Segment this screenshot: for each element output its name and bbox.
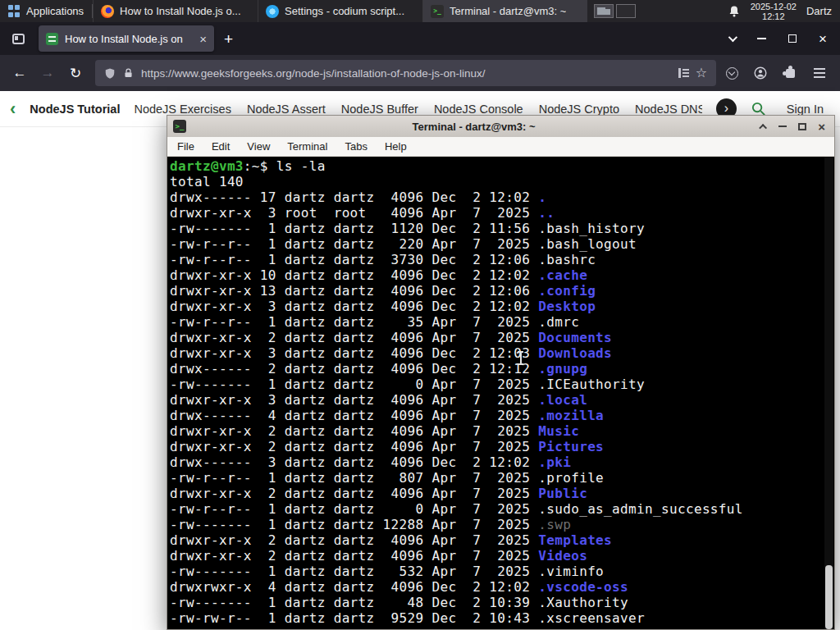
terminal-line: drwxr-xr-x 10 dartz dartz 4096 Dec 2 12:… — [170, 267, 821, 283]
terminal-line: drwxr-xr-x 3 dartz dartz 4096 Dec 2 12:0… — [170, 299, 821, 314]
terminal-menu-tabs[interactable]: Tabs — [345, 140, 367, 153]
terminal-menu-edit[interactable]: Edit — [212, 140, 230, 153]
terminal-line: -rw------- 1 dartz dartz 0 Apr 7 2025 .I… — [170, 377, 821, 392]
terminal-line: drwxr-xr-x 2 dartz dartz 4096 Apr 7 2025… — [170, 439, 821, 454]
terminal-window-controls: × — [761, 121, 829, 133]
tab-close-button[interactable]: × — [199, 33, 207, 45]
applications-menu-button[interactable]: Applications — [0, 0, 92, 22]
site-nav-link[interactable]: NodeJS Crypto — [539, 103, 619, 116]
taskbar-item-codium[interactable]: Settings - codium script... — [258, 0, 422, 22]
terminal-line: -rw-r--r-- 1 dartz dartz 807 Apr 7 2025 … — [170, 470, 821, 486]
workspace-1[interactable] — [594, 4, 614, 18]
terminal-line: -rw-rw-r-- 1 dartz dartz 9529 Dec 2 10:4… — [170, 610, 821, 626]
account-icon[interactable] — [754, 66, 767, 80]
site-favicon — [46, 33, 58, 45]
terminal-close-button[interactable]: × — [818, 121, 825, 133]
tab-title: How to Install Node.js on — [65, 33, 193, 45]
terminal-line: -rw------- 1 dartz dartz 12288 Apr 7 202… — [170, 517, 821, 532]
terminal-line: -rw------- 1 dartz dartz 532 Apr 7 2025 … — [170, 564, 821, 579]
lock-icon[interactable] — [123, 67, 134, 79]
tracking-shield-icon[interactable] — [104, 67, 116, 80]
terminal-line: -rw-r--r-- 1 dartz dartz 35 Apr 7 2025 .… — [170, 314, 821, 330]
extensions-icon[interactable] — [786, 69, 795, 78]
terminal-menubar: FileEditViewTerminalTabsHelp — [167, 137, 834, 157]
terminal-output: dartz@vm3:~$ ls -latotal 140drwx------ 1… — [170, 158, 821, 626]
terminal-line: -rw------- 1 dartz dartz 1120 Dec 2 11:5… — [170, 221, 821, 236]
menu-hamburger-icon[interactable] — [814, 68, 825, 70]
minimize-button[interactable] — [757, 38, 766, 39]
terminal-line: drwxr-xr-x 2 dartz dartz 4096 Apr 7 2025… — [170, 548, 821, 564]
site-nav-link[interactable]: NodeJS Buffer — [341, 103, 418, 116]
forward-button[interactable]: → — [34, 60, 61, 86]
reader-mode-icon[interactable] — [678, 68, 688, 78]
terminal-menu-help[interactable]: Help — [385, 140, 407, 153]
browser-tab[interactable]: How to Install Node.js on × — [39, 25, 214, 52]
terminal-line: drwxr-xr-x 13 dartz dartz 4096 Dec 2 12:… — [170, 283, 821, 299]
terminal-line: drwxr-xr-x 2 dartz dartz 4096 Apr 7 2025… — [170, 330, 821, 345]
terminal-line: drwx------ 4 dartz dartz 4096 Apr 7 2025… — [170, 408, 821, 423]
url-bar[interactable]: https://www.geeksforgeeks.org/node-js/in… — [95, 60, 716, 86]
clock-time: 12:12 — [751, 11, 797, 21]
site-nav-link[interactable]: NodeJS Assert — [247, 103, 326, 116]
taskbar-item-terminal[interactable]: >_Terminal - dartz@vm3: ~ — [422, 0, 587, 22]
desktop: Applications How to Install Node.js o...… — [0, 0, 840, 630]
terminal-line: drwxr-xr-x 3 dartz dartz 4096 Apr 7 2025… — [170, 392, 821, 408]
terminal-line: -rw------- 1 dartz dartz 48 Dec 2 10:39 … — [170, 595, 821, 610]
text-cursor — [517, 351, 524, 365]
terminal-scrollbar[interactable] — [824, 157, 833, 629]
site-nav-link[interactable]: NodeJS Console — [434, 103, 523, 116]
nav-scroll-left-icon[interactable]: ‹ — [10, 100, 16, 118]
applications-icon — [8, 5, 21, 17]
terminal-line: drwx------ 2 dartz dartz 4096 Dec 2 12:1… — [170, 361, 821, 377]
terminal-title: Terminal - dartz@vm3: ~ — [193, 121, 755, 133]
bookmark-star-icon[interactable]: ☆ — [696, 66, 707, 80]
tab-bar: How to Install Node.js on × + × — [0, 22, 840, 55]
terminal-line: drwxrwxr-x 4 dartz dartz 4096 Dec 2 12:0… — [170, 579, 821, 595]
terminal-icon: >_ — [431, 5, 444, 18]
terminal-titlebar[interactable]: >_ Terminal - dartz@vm3: ~ × — [167, 116, 834, 137]
terminal-window: >_ Terminal - dartz@vm3: ~ × FileEditVie… — [167, 115, 835, 630]
terminal-maximize-button[interactable] — [798, 123, 806, 130]
terminal-line: dartz@vm3:~$ ls -la — [170, 158, 821, 174]
terminal-line: drwx------ 17 dartz dartz 4096 Dec 2 12:… — [170, 189, 821, 205]
site-nav-link[interactable]: NodeJS Exercises — [134, 103, 231, 116]
new-tab-button[interactable]: + — [224, 31, 233, 47]
terminal-line: total 140 — [170, 174, 821, 189]
url-text[interactable]: https://www.geeksforgeeks.org/node-js/in… — [141, 67, 671, 80]
taskbar-item-firefox[interactable]: How to Install Node.js o... — [93, 0, 258, 22]
task-list: How to Install Node.js o...Settings - co… — [93, 0, 587, 22]
codium-icon — [266, 5, 279, 18]
navigation-toolbar: ← → ↻ https://www.geeksforgeeks.org/node… — [0, 55, 840, 91]
terminal-menu-file[interactable]: File — [177, 140, 194, 153]
panel-status-area: 2025-12-02 12:12 Dartz — [728, 0, 840, 22]
clock-date: 2025-12-02 — [751, 2, 797, 11]
terminal-line: drwx------ 3 dartz dartz 4096 Dec 2 12:0… — [170, 454, 821, 470]
taskbar-item-label: Terminal - dartz@vm3: ~ — [450, 5, 566, 17]
top-panel: Applications How to Install Node.js o...… — [0, 0, 840, 22]
maximize-button[interactable] — [788, 34, 797, 43]
terminal-shade-button[interactable] — [759, 123, 767, 131]
terminal-line: drwxr-xr-x 3 root root 4096 Apr 7 2025 .… — [170, 205, 821, 221]
terminal-menu-view[interactable]: View — [247, 140, 270, 153]
terminal-line: -rw-r--r-- 1 dartz dartz 220 Apr 7 2025 … — [170, 236, 821, 252]
pocket-icon[interactable] — [726, 67, 738, 80]
notification-bell-icon[interactable] — [728, 5, 741, 18]
terminal-menu-terminal[interactable]: Terminal — [287, 140, 327, 153]
site-nav-title[interactable]: NodeJS Tutorial — [30, 103, 120, 116]
site-nav-link[interactable]: NodeJS DNS — [635, 103, 702, 116]
workspace-2[interactable] — [616, 4, 636, 18]
terminal-line: -rw-r--r-- 1 dartz dartz 0 Apr 7 2025 .s… — [170, 501, 821, 517]
reload-button[interactable]: ↻ — [62, 60, 89, 86]
list-tabs-chevron-icon[interactable] — [728, 33, 737, 42]
taskbar-item-label: How to Install Node.js o... — [120, 5, 240, 17]
applications-label: Applications — [26, 5, 84, 17]
terminal-scrollbar-thumb[interactable] — [825, 565, 833, 629]
terminal-body[interactable]: dartz@vm3:~$ ls -latotal 140drwx------ 1… — [167, 157, 834, 629]
panel-clock[interactable]: 2025-12-02 12:12 — [751, 2, 797, 21]
back-button[interactable]: ← — [7, 60, 33, 86]
terminal-line: -rw-r--r-- 1 dartz dartz 3730 Dec 2 12:0… — [170, 252, 821, 267]
terminal-line: drwxr-xr-x 3 dartz dartz 4096 Dec 2 12:0… — [170, 345, 821, 361]
terminal-minimize-button[interactable] — [778, 126, 787, 127]
close-button[interactable]: × — [819, 32, 827, 46]
firefox-view-icon[interactable] — [12, 34, 25, 44]
